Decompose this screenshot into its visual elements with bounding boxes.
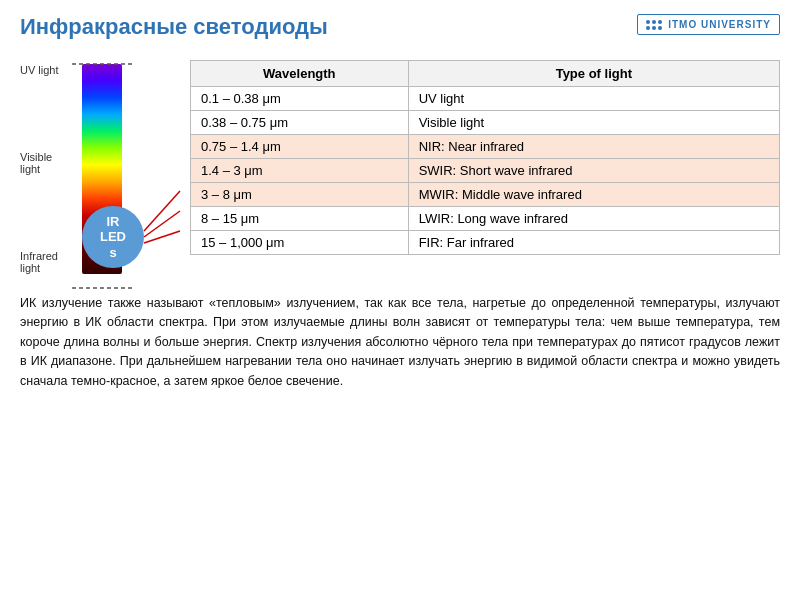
table-body: 0.1 – 0.38 μmUV light0.38 – 0.75 μmVisib… (191, 87, 780, 255)
spectrum-section: UV light Visible light Infrared light IR… (20, 46, 180, 284)
logo-text: ITMO UNIVERSITY (668, 19, 771, 30)
diagram-section: UV light Visible light Infrared light IR… (0, 46, 800, 284)
col-type: Type of light (408, 61, 779, 87)
table-cell-type: MWIR: Middle wave infrared (408, 183, 779, 207)
infrared-label: Infrared light (20, 250, 72, 274)
logo-dot (658, 20, 662, 24)
table-cell-wavelength: 0.1 – 0.38 μm (191, 87, 409, 111)
body-text: ИК излучение также называют «тепловым» и… (0, 284, 800, 401)
col-wavelength: Wavelength (191, 61, 409, 87)
table-row: 0.75 – 1.4 μmNIR: Near infrared (191, 135, 780, 159)
logo-dot (646, 20, 650, 24)
table-row: 8 – 15 μmLWIR: Long wave infrared (191, 207, 780, 231)
spectrum-labels: UV light Visible light Infrared light (20, 46, 72, 284)
svg-line-4 (144, 231, 180, 243)
table-row: 0.38 – 0.75 μmVisible light (191, 111, 780, 135)
table-cell-type: NIR: Near infrared (408, 135, 779, 159)
table-cell-type: FIR: Far infrared (408, 231, 779, 255)
table-cell-wavelength: 8 – 15 μm (191, 207, 409, 231)
logo-dot (652, 20, 656, 24)
table-cell-wavelength: 3 – 8 μm (191, 183, 409, 207)
table-row: 1.4 – 3 μmSWIR: Short wave infrared (191, 159, 780, 183)
uv-label: UV light (20, 64, 72, 76)
table-section: Wavelength Type of light 0.1 – 0.38 μmUV… (190, 46, 780, 284)
table-row: 15 – 1,000 μmFIR: Far infrared (191, 231, 780, 255)
svg-line-3 (144, 211, 180, 237)
header: Инфракрасные светодиоды ITMO UNIVERSITY (0, 0, 800, 46)
table-cell-wavelength: 0.75 – 1.4 μm (191, 135, 409, 159)
table-cell-type: UV light (408, 87, 779, 111)
table-cell-type: LWIR: Long wave infrared (408, 207, 779, 231)
table-cell-type: SWIR: Short wave infrared (408, 159, 779, 183)
table-row: 0.1 – 0.38 μmUV light (191, 87, 780, 111)
table-row: 3 – 8 μmMWIR: Middle wave infrared (191, 183, 780, 207)
logo-dot (646, 26, 650, 30)
table-cell-type: Visible light (408, 111, 779, 135)
logo-dot (658, 26, 662, 30)
table-cell-wavelength: 15 – 1,000 μm (191, 231, 409, 255)
ir-leds-bubble: IR LED s (82, 206, 144, 268)
page-title: Инфракрасные светодиоды (20, 14, 328, 40)
table-cell-wavelength: 0.38 – 0.75 μm (191, 111, 409, 135)
table-cell-wavelength: 1.4 – 3 μm (191, 159, 409, 183)
logo-dots (646, 20, 662, 30)
wavelength-table: Wavelength Type of light 0.1 – 0.38 μmUV… (190, 60, 780, 255)
logo-dot (652, 26, 656, 30)
visible-label: Visible light (20, 151, 72, 175)
svg-line-2 (144, 191, 180, 231)
logo: ITMO UNIVERSITY (637, 14, 780, 35)
